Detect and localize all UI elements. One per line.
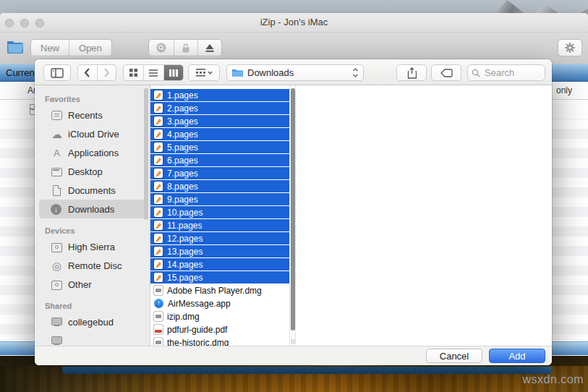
- file-row[interactable]: 14.pages: [150, 258, 289, 270]
- favorites-list: Recents iCloud Drive Applications: [35, 106, 150, 218]
- dmg-file-icon: [154, 312, 163, 321]
- close-button[interactable]: [5, 19, 14, 27]
- file-name: 8.pages: [167, 182, 198, 192]
- sidebar-item[interactable]: iCloud Drive: [39, 124, 145, 143]
- display-icon: [51, 316, 63, 328]
- file-row[interactable]: 4.pages: [150, 128, 289, 140]
- file-row[interactable]: AirMessage.app: [150, 297, 289, 310]
- file-row[interactable]: 15.pages: [150, 271, 289, 284]
- file-row[interactable]: 5.pages: [150, 141, 289, 153]
- eject-button[interactable]: [197, 40, 221, 56]
- file-row[interactable]: 9.pages: [150, 193, 289, 205]
- sidebar-item[interactable]: Downloads: [39, 200, 145, 218]
- file-name: the-historic.dmg: [167, 338, 229, 346]
- izip-folder-icon: [6, 38, 25, 55]
- pages-file-icon: [154, 129, 163, 139]
- tags-button[interactable]: [431, 64, 461, 81]
- new-button[interactable]: New: [31, 40, 69, 56]
- scrollbar-thumb[interactable]: [291, 88, 295, 331]
- pages-file-icon: [154, 195, 163, 204]
- sidebar-item[interactable]: Remote Disc: [39, 256, 145, 275]
- file-name: izip.dmg: [167, 312, 200, 322]
- sidebar-item[interactable]: [39, 331, 145, 346]
- tag-icon: [440, 69, 453, 77]
- file-name: 9.pages: [167, 195, 198, 205]
- file-row[interactable]: 10.pages: [150, 206, 289, 218]
- sidebar-item[interactable]: collegebud: [39, 312, 145, 331]
- pages-file-icon: [154, 142, 163, 152]
- dialog-body: Favorites Recents iCloud Drive: [35, 85, 552, 346]
- sidebar-item[interactable]: Applications: [39, 143, 145, 162]
- pages-file-icon: [154, 234, 163, 243]
- file-list-scrollbar[interactable]: ||: [289, 85, 296, 346]
- open-button[interactable]: Open: [69, 40, 111, 56]
- internal-drive-icon: [51, 241, 63, 253]
- cancel-button[interactable]: Cancel: [426, 349, 482, 363]
- sidebar-item[interactable]: Other: [39, 275, 145, 294]
- preview-button[interactable]: [149, 40, 174, 56]
- add-button[interactable]: Add: [489, 349, 545, 363]
- file-row[interactable]: 11.pages: [150, 219, 289, 231]
- file-row[interactable]: the-historic.dmg: [150, 336, 289, 346]
- sidebar-item[interactable]: Desktop: [39, 162, 145, 181]
- share-button[interactable]: [396, 64, 427, 81]
- file-row[interactable]: Adobe Flash Player.dmg: [150, 284, 289, 297]
- file-name: 1.pages: [167, 90, 198, 101]
- forward-chevron-icon: [103, 68, 110, 77]
- group-by-button[interactable]: [188, 64, 220, 81]
- column-view-button[interactable]: [163, 65, 183, 80]
- file-row[interactable]: 13.pages: [150, 245, 289, 257]
- sidebar-item-label: collegebud: [68, 317, 114, 328]
- cloud-icon: [51, 128, 63, 140]
- sidebar-item[interactable]: High Sierra: [39, 237, 145, 256]
- file-list-column: 1.pages 2.pages 3.pages 4.pages: [150, 85, 289, 346]
- applications-icon: [51, 147, 63, 159]
- column-resize-handle[interactable]: ||: [290, 338, 297, 344]
- sidebar-item-label: Remote Disc: [68, 260, 122, 271]
- sidebar-scrollbar[interactable]: [144, 88, 148, 220]
- pages-file-icon: [154, 182, 163, 191]
- traffic-lights: [5, 19, 44, 27]
- pages-file-icon: [154, 208, 163, 217]
- file-row[interactable]: 1.pages: [150, 89, 289, 101]
- back-chevron-icon: [84, 68, 90, 77]
- icon-view-button[interactable]: [124, 65, 143, 80]
- magnifier-icon: [155, 42, 167, 54]
- file-name: 13.pages: [167, 247, 203, 257]
- settings-button[interactable]: [558, 39, 582, 56]
- toggle-sidebar-button[interactable]: [43, 64, 71, 81]
- file-row[interactable]: 3.pages: [150, 115, 289, 127]
- file-row[interactable]: 2.pages: [150, 102, 289, 114]
- column-header-readonly[interactable]: only: [556, 85, 572, 95]
- file-row[interactable]: 7.pages: [150, 167, 289, 179]
- dialog-toolbar: Downloads: [35, 59, 552, 85]
- forward-button[interactable]: [97, 65, 116, 80]
- sidebar-item[interactable]: Documents: [39, 181, 145, 200]
- file-row[interactable]: 6.pages: [150, 154, 289, 166]
- location-popup[interactable]: Downloads: [226, 64, 364, 81]
- dmg-file-icon: [154, 338, 163, 346]
- list-view-button[interactable]: [143, 65, 163, 80]
- file-row[interactable]: 8.pages: [150, 180, 289, 192]
- sidebar-item[interactable]: Recents: [39, 106, 145, 124]
- pages-file-icon: [154, 260, 163, 269]
- minimize-button[interactable]: [20, 19, 29, 27]
- file-row[interactable]: pdfurl-guide.pdf: [150, 323, 289, 336]
- search-input[interactable]: [483, 67, 534, 79]
- file-name: pdfurl-guide.pdf: [167, 325, 227, 335]
- file-name: 11.pages: [167, 221, 203, 231]
- chevron-down-icon: [208, 71, 213, 74]
- file-name: 2.pages: [167, 103, 198, 114]
- view-mode-segment: [123, 64, 184, 81]
- search-field[interactable]: [467, 64, 545, 81]
- location-label: Downloads: [247, 67, 348, 78]
- back-button[interactable]: [78, 65, 97, 80]
- optical-disc-icon: [51, 260, 63, 272]
- file-row[interactable]: izip.dmg: [150, 310, 289, 323]
- shared-list: collegebud: [35, 312, 150, 346]
- izip-titlebar: iZip - Jon's iMac: [0, 13, 588, 33]
- file-name: 14.pages: [167, 260, 203, 270]
- encrypt-button[interactable]: [174, 40, 197, 56]
- file-row[interactable]: 12.pages: [150, 232, 289, 244]
- zoom-button[interactable]: [35, 19, 44, 27]
